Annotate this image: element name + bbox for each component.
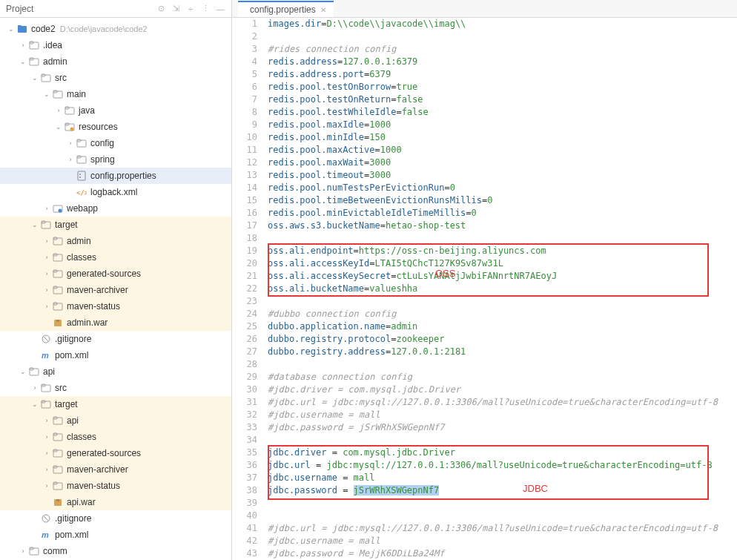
toggle-icon[interactable]: ⌄	[53, 123, 64, 131]
tree-item[interactable]: ›maven-status	[0, 478, 231, 494]
toggle-icon[interactable]: ›	[65, 156, 76, 163]
code-line[interactable]: #jdbc.username = mall	[268, 535, 737, 547]
toggle-icon[interactable]: ›	[42, 433, 52, 441]
toggle-icon[interactable]: ›	[65, 139, 76, 147]
toggle-icon[interactable]: ›	[42, 205, 52, 212]
tree-item[interactable]: ›maven-archiver	[0, 282, 231, 298]
code-line[interactable]	[268, 434, 737, 447]
expand-all-icon[interactable]: ⇲	[171, 4, 181, 14]
tree-item[interactable]: ›maven-status	[0, 298, 231, 314]
tree-item[interactable]: api.war	[0, 494, 231, 510]
code-line[interactable]: redis.pool.testWhileIdle=false	[268, 106, 737, 119]
code-line[interactable]: redis.pool.maxWait=3000	[268, 157, 737, 169]
toggle-icon[interactable]: ⌄	[18, 368, 28, 375]
toggle-icon[interactable]: ›	[42, 270, 52, 277]
tree-item[interactable]: ›admin	[0, 233, 231, 249]
code-line[interactable]: redis.pool.numTestsPerEvictionRun=0	[268, 182, 737, 194]
tree-item[interactable]: mpom.xml	[0, 347, 231, 363]
close-icon[interactable]: ✕	[320, 6, 326, 14]
code-line[interactable]: redis.pool.minEvictableIdleTimeMillis=0	[268, 207, 737, 220]
tree-item[interactable]: ›maven-archiver	[0, 461, 231, 478]
code-line[interactable]: jdbc.driver = com.mysql.jdbc.Driver	[268, 447, 737, 459]
code-line[interactable]: #jdbc.url = jdbc:mysql://127.0.0.1:3306/…	[268, 522, 737, 535]
tree-item[interactable]: ⌄src	[0, 70, 231, 86]
tree-item[interactable]: ⌄target	[0, 217, 231, 233]
code-line[interactable]: redis.address.port=6379	[268, 68, 737, 81]
toggle-icon[interactable]: ›	[42, 417, 52, 424]
code-line[interactable]: #jdbc.driver = com.mysql.jdbc.Driver	[268, 383, 737, 396]
code-line[interactable]: #jdbc.username = mall	[268, 409, 737, 421]
tree-item[interactable]: ›generated-sources	[0, 266, 231, 282]
code-line[interactable]: dubbo.application.name=admin	[268, 320, 737, 333]
code-line[interactable]: redis.pool.maxActive=1000	[268, 144, 737, 157]
tree-item[interactable]: ⌄admin	[0, 53, 231, 70]
toggle-icon[interactable]: ⌄	[42, 90, 52, 98]
select-opened-icon[interactable]: ⊙	[156, 4, 166, 14]
code-line[interactable]: oss.ali.endpoint=https://oss-cn-beijing.…	[268, 245, 737, 257]
tree-item[interactable]: ›src	[0, 380, 231, 396]
toggle-icon[interactable]: ›	[42, 254, 52, 261]
toggle-icon[interactable]: ⌄	[30, 221, 40, 228]
code-line[interactable]: oss.ali.bucketName=valueshha	[268, 283, 737, 295]
tree-item[interactable]: ⌄target	[0, 396, 231, 412]
code-line[interactable]: redis.pool.testOnBorrow=true	[268, 81, 737, 93]
code-area[interactable]: OSS JDBC images.dir=D:\\code\\javacode\\…	[268, 18, 737, 560]
tree-item[interactable]: ›java	[0, 102, 231, 119]
code-line[interactable]	[268, 510, 737, 522]
code-line[interactable]: jdbc.url = jdbc:mysql://127.0.0.1:3306/m…	[268, 459, 737, 472]
tree-item[interactable]: .gitignore	[0, 510, 231, 527]
hide-icon[interactable]: —	[215, 4, 225, 14]
collapse-all-icon[interactable]: ÷	[185, 4, 196, 14]
toggle-icon[interactable]: ⌄	[30, 74, 40, 82]
project-tree[interactable]: ⌄code2D:\code\javacode\code2›.idea⌄admin…	[0, 18, 231, 560]
code-line[interactable]	[268, 497, 737, 510]
code-line[interactable]: redis.pool.minIdle=150	[268, 131, 737, 144]
code-line[interactable]	[268, 232, 737, 245]
toggle-icon[interactable]: ›	[18, 547, 28, 555]
tree-item[interactable]: ›classes	[0, 429, 231, 445]
code-line[interactable]: #database connection config	[268, 371, 737, 383]
code-line[interactable]: #dubbo connection config	[268, 308, 737, 320]
tree-item[interactable]: ⌄resources	[0, 119, 231, 135]
tab-config-properties[interactable]: config.properties ✕	[238, 1, 334, 17]
tree-item[interactable]: ›webapp	[0, 200, 231, 217]
code-line[interactable]: redis.address=127.0.0.1:6379	[268, 56, 737, 68]
tree-item[interactable]: mpom.xml	[0, 527, 231, 543]
code-line[interactable]: oss.aws.s3.bucketName=hetao-shop-test	[268, 220, 737, 232]
code-line[interactable]	[268, 30, 737, 43]
toggle-icon[interactable]: ›	[30, 384, 40, 392]
tree-item[interactable]: ›.idea	[0, 37, 231, 53]
toggle-icon[interactable]: ›	[42, 303, 52, 310]
code-line[interactable]: #jdbc.password = jSrWRhXSWGepnNf7	[268, 421, 737, 434]
tree-item[interactable]: ›spring	[0, 151, 231, 168]
toggle-icon[interactable]: ⌄	[30, 401, 40, 408]
code-line[interactable]: redis.pool.maxIdle=1000	[268, 119, 737, 131]
code-line[interactable]	[268, 358, 737, 371]
toggle-icon[interactable]: ›	[42, 286, 52, 294]
toggle-icon[interactable]: ›	[42, 466, 52, 473]
settings-icon[interactable]: ⋮	[200, 4, 211, 14]
code-line[interactable]	[268, 295, 737, 308]
tree-item[interactable]: ›generated-sources	[0, 445, 231, 461]
toggle-icon[interactable]: ⌄	[18, 58, 28, 65]
tree-item[interactable]: ›api	[0, 412, 231, 429]
tree-item[interactable]: ⌄code2D:\code\javacode\code2	[0, 21, 231, 37]
toggle-icon[interactable]: ›	[42, 237, 52, 245]
code-line[interactable]: #jdbc.password = MejjK6DDiLBa24Mf	[268, 547, 737, 560]
code-line[interactable]: jdbc.username = mall	[268, 472, 737, 484]
code-line[interactable]: dubbo.registry.protocol=zookeeper	[268, 333, 737, 346]
tree-item[interactable]: ⌄main	[0, 86, 231, 102]
tree-item[interactable]: ⌄api	[0, 363, 231, 380]
toggle-icon[interactable]: ›	[42, 449, 52, 457]
code-line[interactable]: #jdbc.url = jdbc:mysql://127.0.0.1:3306/…	[268, 396, 737, 409]
code-line[interactable]: oss.ali.accessKeySecret=ctLuLsYANAtjJwbi…	[268, 270, 737, 283]
code-line[interactable]: #rides connection config	[268, 43, 737, 56]
code-line[interactable]: images.dir=D:\\code\\javacode\\imag\\	[268, 18, 737, 30]
code-line[interactable]: oss.ali.accessKeyId=LTAI5tQChcT127K9Sv87…	[268, 257, 737, 270]
code-line[interactable]: redis.pool.timeout=3000	[268, 169, 737, 182]
tree-item[interactable]: ›classes	[0, 249, 231, 266]
code-line[interactable]: dubbo.registry.address=127.0.0.1:2181	[268, 346, 737, 358]
toggle-icon[interactable]: ›	[18, 42, 28, 49]
toggle-icon[interactable]: ⌄	[6, 25, 16, 33]
tree-item[interactable]: </>logback.xml	[0, 184, 231, 200]
